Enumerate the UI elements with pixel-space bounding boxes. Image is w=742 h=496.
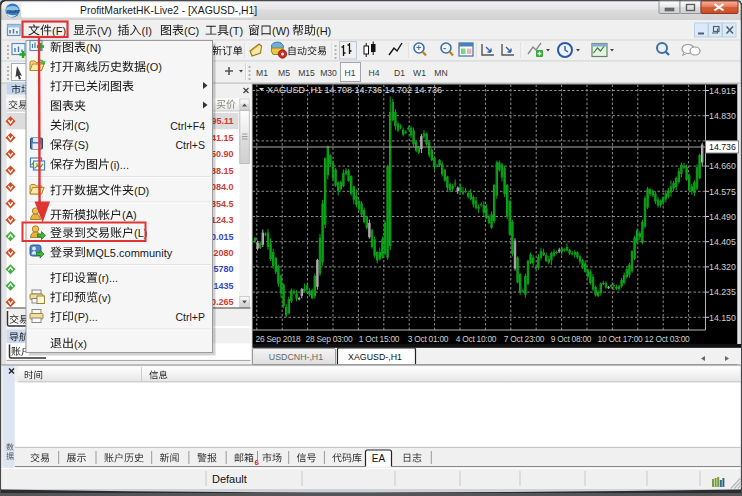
svg-text:ProfitMarketHK-Live2 - [XAGUSD: ProfitMarketHK-Live2 - [XAGUSD-,H1] bbox=[80, 5, 257, 16]
svg-text:1 Oct 15:00: 1 Oct 15:00 bbox=[359, 334, 400, 344]
svg-text:H4: H4 bbox=[369, 68, 380, 78]
svg-text:(S): (S) bbox=[74, 139, 89, 151]
svg-text:PROFIT: PROFIT bbox=[7, 10, 21, 14]
svg-text:4 Oct 10:00: 4 Oct 10:00 bbox=[456, 334, 497, 344]
svg-text:14.320: 14.320 bbox=[709, 262, 736, 272]
svg-text:12 Oct 03:00: 12 Oct 03:00 bbox=[645, 334, 691, 344]
svg-text:(F): (F) bbox=[52, 25, 66, 37]
svg-text:MN: MN bbox=[434, 68, 447, 78]
svg-text:(O): (O) bbox=[146, 61, 162, 73]
svg-text:(C): (C) bbox=[74, 120, 89, 132]
svg-text:EA: EA bbox=[372, 453, 386, 464]
svg-text:H1: H1 bbox=[345, 68, 356, 78]
svg-text:3 Oct 01:00: 3 Oct 01:00 bbox=[408, 334, 449, 344]
svg-text:+: + bbox=[416, 43, 421, 53]
svg-text:W1: W1 bbox=[413, 68, 426, 78]
svg-text:(C): (C) bbox=[184, 25, 199, 37]
svg-text:Ctrl+S: Ctrl+S bbox=[176, 139, 205, 151]
svg-text:14.405: 14.405 bbox=[709, 237, 736, 247]
svg-text:(r)...: (r)... bbox=[98, 272, 118, 284]
svg-text:(V): (V) bbox=[97, 25, 112, 37]
svg-text:Default: Default bbox=[212, 473, 247, 485]
svg-text:(v): (v) bbox=[98, 292, 111, 304]
svg-text:M30: M30 bbox=[320, 68, 337, 78]
svg-text:(H): (H) bbox=[316, 25, 331, 37]
svg-text:(x): (x) bbox=[74, 338, 87, 350]
svg-text:26 Sep 2018: 26 Sep 2018 bbox=[256, 334, 301, 344]
svg-text:(A): (A) bbox=[122, 209, 137, 221]
svg-text:14.490: 14.490 bbox=[709, 212, 736, 222]
svg-text:14.235: 14.235 bbox=[709, 287, 736, 297]
svg-text:2080: 2080 bbox=[213, 248, 233, 258]
svg-text:1435: 1435 bbox=[213, 281, 233, 291]
svg-text:14.736: 14.736 bbox=[709, 142, 736, 152]
svg-text:-: - bbox=[443, 43, 446, 53]
svg-text:M1: M1 bbox=[256, 68, 268, 78]
svg-text:XAGUSD-,H1: XAGUSD-,H1 bbox=[348, 352, 402, 362]
svg-text:(N): (N) bbox=[86, 42, 101, 54]
svg-text:14.660: 14.660 bbox=[709, 161, 736, 171]
svg-text:9 Oct 08:00: 9 Oct 08:00 bbox=[551, 334, 592, 344]
svg-text:14.150: 14.150 bbox=[709, 313, 736, 323]
svg-text:14.830: 14.830 bbox=[709, 111, 736, 121]
svg-text:5780: 5780 bbox=[213, 264, 233, 274]
svg-text:(T): (T) bbox=[229, 25, 243, 37]
svg-text:(I): (I) bbox=[142, 25, 152, 37]
svg-text:14.575: 14.575 bbox=[709, 187, 736, 197]
svg-text:Ctrl+F4: Ctrl+F4 bbox=[170, 120, 205, 132]
svg-text:Ctrl+P: Ctrl+P bbox=[176, 311, 205, 323]
svg-text:7 Oct 23:00: 7 Oct 23:00 bbox=[504, 334, 545, 344]
svg-text:MQL5.community: MQL5.community bbox=[86, 247, 173, 259]
svg-text:(P)...: (P)... bbox=[74, 311, 98, 323]
svg-text:10 Oct 17:00: 10 Oct 17:00 bbox=[598, 334, 644, 344]
svg-text:(W): (W) bbox=[272, 25, 290, 37]
svg-text:14.915: 14.915 bbox=[709, 86, 736, 96]
svg-text:USDCNH-,H1: USDCNH-,H1 bbox=[269, 352, 323, 362]
svg-text:XAGUSD-,H1 14.708 14.736 14.7: XAGUSD-,H1 14.708 14.736 14.702 14.736 bbox=[267, 85, 442, 95]
svg-text:M5: M5 bbox=[278, 68, 290, 78]
svg-text:M15: M15 bbox=[298, 68, 315, 78]
svg-text:28 Sep 03:00: 28 Sep 03:00 bbox=[306, 334, 353, 344]
svg-text:(D): (D) bbox=[134, 185, 149, 197]
svg-text:(i)...: (i)... bbox=[110, 159, 129, 171]
svg-text:D1: D1 bbox=[394, 68, 405, 78]
